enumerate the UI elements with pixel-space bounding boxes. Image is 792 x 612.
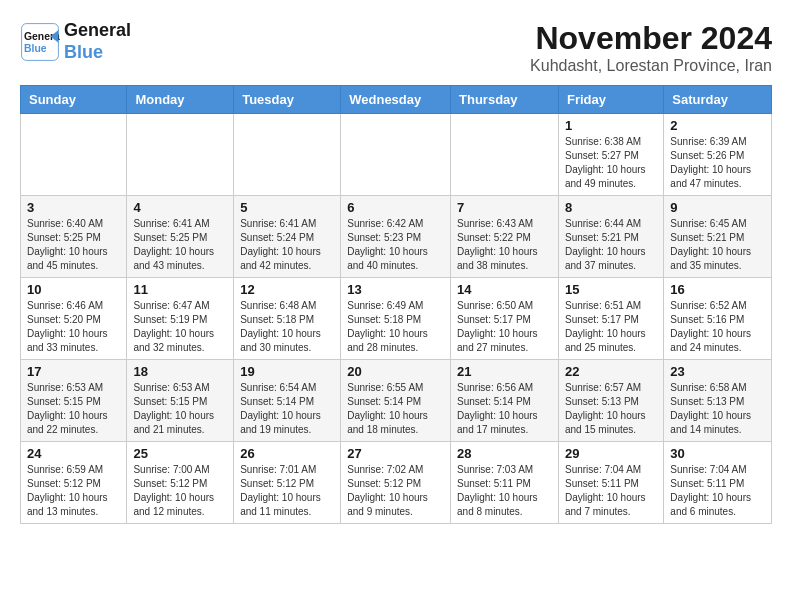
calendar-cell: 19Sunrise: 6:54 AM Sunset: 5:14 PM Dayli…: [234, 360, 341, 442]
day-info: Sunrise: 6:46 AM Sunset: 5:20 PM Dayligh…: [27, 299, 120, 355]
day-info: Sunrise: 6:44 AM Sunset: 5:21 PM Dayligh…: [565, 217, 657, 273]
column-header-friday: Friday: [558, 86, 663, 114]
calendar-week-2: 3Sunrise: 6:40 AM Sunset: 5:25 PM Daylig…: [21, 196, 772, 278]
day-info: Sunrise: 7:04 AM Sunset: 5:11 PM Dayligh…: [565, 463, 657, 519]
calendar-cell: 25Sunrise: 7:00 AM Sunset: 5:12 PM Dayli…: [127, 442, 234, 524]
day-number: 17: [27, 364, 120, 379]
calendar-cell: 13Sunrise: 6:49 AM Sunset: 5:18 PM Dayli…: [341, 278, 451, 360]
day-number: 9: [670, 200, 765, 215]
day-info: Sunrise: 6:39 AM Sunset: 5:26 PM Dayligh…: [670, 135, 765, 191]
calendar-cell: 27Sunrise: 7:02 AM Sunset: 5:12 PM Dayli…: [341, 442, 451, 524]
calendar-cell: 20Sunrise: 6:55 AM Sunset: 5:14 PM Dayli…: [341, 360, 451, 442]
day-number: 11: [133, 282, 227, 297]
day-info: Sunrise: 6:38 AM Sunset: 5:27 PM Dayligh…: [565, 135, 657, 191]
column-header-tuesday: Tuesday: [234, 86, 341, 114]
day-info: Sunrise: 6:53 AM Sunset: 5:15 PM Dayligh…: [27, 381, 120, 437]
calendar-body: 1Sunrise: 6:38 AM Sunset: 5:27 PM Daylig…: [21, 114, 772, 524]
day-number: 28: [457, 446, 552, 461]
calendar-table: SundayMondayTuesdayWednesdayThursdayFrid…: [20, 85, 772, 524]
calendar-cell: [341, 114, 451, 196]
day-number: 7: [457, 200, 552, 215]
calendar-cell: 2Sunrise: 6:39 AM Sunset: 5:26 PM Daylig…: [664, 114, 772, 196]
day-number: 26: [240, 446, 334, 461]
day-number: 5: [240, 200, 334, 215]
column-header-wednesday: Wednesday: [341, 86, 451, 114]
calendar-cell: 5Sunrise: 6:41 AM Sunset: 5:24 PM Daylig…: [234, 196, 341, 278]
day-info: Sunrise: 7:03 AM Sunset: 5:11 PM Dayligh…: [457, 463, 552, 519]
day-number: 13: [347, 282, 444, 297]
calendar-cell: 4Sunrise: 6:41 AM Sunset: 5:25 PM Daylig…: [127, 196, 234, 278]
calendar-cell: 22Sunrise: 6:57 AM Sunset: 5:13 PM Dayli…: [558, 360, 663, 442]
page-title: November 2024: [530, 20, 772, 57]
column-header-monday: Monday: [127, 86, 234, 114]
day-info: Sunrise: 6:48 AM Sunset: 5:18 PM Dayligh…: [240, 299, 334, 355]
calendar-cell: 16Sunrise: 6:52 AM Sunset: 5:16 PM Dayli…: [664, 278, 772, 360]
day-number: 24: [27, 446, 120, 461]
day-info: Sunrise: 6:56 AM Sunset: 5:14 PM Dayligh…: [457, 381, 552, 437]
day-info: Sunrise: 6:49 AM Sunset: 5:18 PM Dayligh…: [347, 299, 444, 355]
calendar-cell: 29Sunrise: 7:04 AM Sunset: 5:11 PM Dayli…: [558, 442, 663, 524]
calendar-cell: 18Sunrise: 6:53 AM Sunset: 5:15 PM Dayli…: [127, 360, 234, 442]
day-info: Sunrise: 7:00 AM Sunset: 5:12 PM Dayligh…: [133, 463, 227, 519]
day-number: 27: [347, 446, 444, 461]
calendar-cell: 9Sunrise: 6:45 AM Sunset: 5:21 PM Daylig…: [664, 196, 772, 278]
day-number: 23: [670, 364, 765, 379]
calendar-cell: 6Sunrise: 6:42 AM Sunset: 5:23 PM Daylig…: [341, 196, 451, 278]
day-info: Sunrise: 6:50 AM Sunset: 5:17 PM Dayligh…: [457, 299, 552, 355]
day-info: Sunrise: 6:58 AM Sunset: 5:13 PM Dayligh…: [670, 381, 765, 437]
calendar-cell: 10Sunrise: 6:46 AM Sunset: 5:20 PM Dayli…: [21, 278, 127, 360]
calendar-week-5: 24Sunrise: 6:59 AM Sunset: 5:12 PM Dayli…: [21, 442, 772, 524]
calendar-cell: [21, 114, 127, 196]
column-header-saturday: Saturday: [664, 86, 772, 114]
day-info: Sunrise: 6:54 AM Sunset: 5:14 PM Dayligh…: [240, 381, 334, 437]
header-row: SundayMondayTuesdayWednesdayThursdayFrid…: [21, 86, 772, 114]
day-info: Sunrise: 6:57 AM Sunset: 5:13 PM Dayligh…: [565, 381, 657, 437]
day-info: Sunrise: 7:04 AM Sunset: 5:11 PM Dayligh…: [670, 463, 765, 519]
day-info: Sunrise: 6:51 AM Sunset: 5:17 PM Dayligh…: [565, 299, 657, 355]
day-number: 14: [457, 282, 552, 297]
calendar-week-3: 10Sunrise: 6:46 AM Sunset: 5:20 PM Dayli…: [21, 278, 772, 360]
calendar-cell: [127, 114, 234, 196]
calendar-cell: 23Sunrise: 6:58 AM Sunset: 5:13 PM Dayli…: [664, 360, 772, 442]
day-number: 6: [347, 200, 444, 215]
day-number: 12: [240, 282, 334, 297]
column-header-thursday: Thursday: [451, 86, 559, 114]
calendar-cell: 12Sunrise: 6:48 AM Sunset: 5:18 PM Dayli…: [234, 278, 341, 360]
day-number: 29: [565, 446, 657, 461]
day-number: 22: [565, 364, 657, 379]
calendar-cell: 8Sunrise: 6:44 AM Sunset: 5:21 PM Daylig…: [558, 196, 663, 278]
page-subtitle: Kuhdasht, Lorestan Province, Iran: [530, 57, 772, 75]
calendar-cell: 11Sunrise: 6:47 AM Sunset: 5:19 PM Dayli…: [127, 278, 234, 360]
day-info: Sunrise: 6:41 AM Sunset: 5:24 PM Dayligh…: [240, 217, 334, 273]
calendar-cell: [451, 114, 559, 196]
logo: General Blue General Blue: [20, 20, 131, 63]
day-number: 19: [240, 364, 334, 379]
calendar-cell: 1Sunrise: 6:38 AM Sunset: 5:27 PM Daylig…: [558, 114, 663, 196]
day-info: Sunrise: 6:53 AM Sunset: 5:15 PM Dayligh…: [133, 381, 227, 437]
day-number: 10: [27, 282, 120, 297]
day-info: Sunrise: 7:01 AM Sunset: 5:12 PM Dayligh…: [240, 463, 334, 519]
calendar-cell: 24Sunrise: 6:59 AM Sunset: 5:12 PM Dayli…: [21, 442, 127, 524]
day-info: Sunrise: 7:02 AM Sunset: 5:12 PM Dayligh…: [347, 463, 444, 519]
logo-icon: General Blue: [20, 22, 60, 62]
day-info: Sunrise: 6:45 AM Sunset: 5:21 PM Dayligh…: [670, 217, 765, 273]
day-number: 2: [670, 118, 765, 133]
calendar-cell: [234, 114, 341, 196]
day-number: 21: [457, 364, 552, 379]
day-number: 15: [565, 282, 657, 297]
day-info: Sunrise: 6:55 AM Sunset: 5:14 PM Dayligh…: [347, 381, 444, 437]
calendar-cell: 7Sunrise: 6:43 AM Sunset: 5:22 PM Daylig…: [451, 196, 559, 278]
day-number: 3: [27, 200, 120, 215]
calendar-cell: 14Sunrise: 6:50 AM Sunset: 5:17 PM Dayli…: [451, 278, 559, 360]
calendar-cell: 15Sunrise: 6:51 AM Sunset: 5:17 PM Dayli…: [558, 278, 663, 360]
calendar-week-1: 1Sunrise: 6:38 AM Sunset: 5:27 PM Daylig…: [21, 114, 772, 196]
day-number: 8: [565, 200, 657, 215]
day-number: 25: [133, 446, 227, 461]
day-info: Sunrise: 6:47 AM Sunset: 5:19 PM Dayligh…: [133, 299, 227, 355]
calendar-cell: 3Sunrise: 6:40 AM Sunset: 5:25 PM Daylig…: [21, 196, 127, 278]
day-info: Sunrise: 6:41 AM Sunset: 5:25 PM Dayligh…: [133, 217, 227, 273]
svg-rect-0: [22, 23, 59, 60]
header: General Blue General Blue November 2024 …: [20, 20, 772, 75]
day-number: 20: [347, 364, 444, 379]
calendar-cell: 26Sunrise: 7:01 AM Sunset: 5:12 PM Dayli…: [234, 442, 341, 524]
